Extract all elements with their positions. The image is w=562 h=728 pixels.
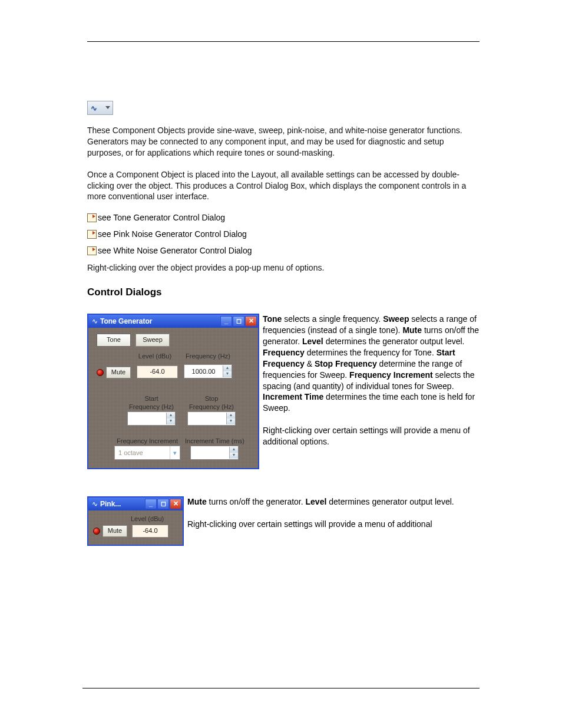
see-link-white[interactable]: see White Noise Generator Control Dialog [87, 246, 480, 255]
intro-paragraph-1: These Component Objects provide sine-wav… [87, 125, 480, 159]
label-level: Level (dBu) [131, 515, 164, 522]
sine-icon: ∿ [92, 500, 98, 508]
top-rule [87, 41, 480, 42]
start-frequency-input[interactable]: ▴▾ [127, 411, 176, 426]
close-button[interactable]: ✕ [170, 499, 181, 509]
mute-led-icon [93, 528, 100, 535]
label-freq-increment: Frequency Increment [117, 437, 178, 444]
increment-time-input[interactable]: ▴▾ [190, 446, 239, 460]
section-heading: Control Dialogs [87, 286, 480, 298]
maximize-button[interactable]: ◻ [157, 499, 169, 509]
label-start: Start [144, 395, 158, 402]
see-link-text: see Pink Noise Generator Control Dialog [98, 229, 247, 239]
see-link-text: see White Noise Generator Control Dialog [98, 246, 252, 255]
dropdown-caret-icon [105, 106, 110, 109]
see-link-pink[interactable]: see Pink Noise Generator Control Dialog [87, 229, 480, 239]
close-button[interactable]: ✕ [245, 316, 257, 327]
topic-link-icon [87, 213, 97, 222]
minimize-button[interactable]: _ [220, 316, 232, 327]
spin-down-icon[interactable]: ▾ [167, 419, 175, 424]
tab-sweep[interactable]: Sweep [135, 334, 170, 347]
sine-icon: ∿ [91, 104, 97, 113]
pink-description: Mute turns on/off the generator. Level d… [187, 496, 480, 530]
topic-link-icon [87, 246, 97, 255]
mute-led-icon [97, 369, 104, 376]
see-link-tone[interactable]: see Tone Generator Control Dialog [87, 213, 480, 222]
pink-noise-dialog: ∿ Pink... _ ◻ ✕ Level (dBu) Mute [87, 496, 184, 546]
maximize-button[interactable]: ◻ [233, 316, 244, 327]
stop-frequency-input[interactable]: ▴▾ [187, 411, 236, 426]
intro-paragraph-2: Once a Component Object is placed into t… [87, 169, 480, 203]
dialog-title: Tone Generator [100, 317, 152, 325]
mute-button[interactable]: Mute [103, 525, 127, 537]
mute-button[interactable]: Mute [106, 367, 131, 378]
titlebar[interactable]: ∿ Pink... _ ◻ ✕ [88, 498, 183, 510]
label-start-freq: Frequency (Hz) [129, 403, 174, 410]
generator-toolbar-icon: ∿ [87, 101, 113, 115]
level-input[interactable]: -64.0 [137, 365, 178, 378]
tab-tone[interactable]: Tone [97, 334, 131, 347]
chevron-down-icon: ▾ [170, 446, 180, 459]
frequency-increment-select[interactable]: 1 octave ▾ [114, 446, 180, 460]
label-frequency: Frequency (Hz) [186, 353, 230, 360]
minimize-button[interactable]: _ [145, 499, 157, 509]
label-stop-freq: Frequency (Hz) [189, 403, 234, 410]
frequency-input[interactable]: 1000.00 ▴▾ [184, 364, 232, 378]
bottom-rule [82, 688, 480, 689]
level-input[interactable]: -64.0 [132, 525, 168, 538]
label-increment-time: Increment Time (ms) [185, 437, 244, 444]
tone-generator-dialog: ∿ Tone Generator _ ◻ ✕ Tone Sweep Level … [87, 314, 259, 469]
see-link-text: see Tone Generator Control Dialog [98, 213, 225, 222]
dialog-title: Pink... [100, 500, 121, 508]
spin-down-icon[interactable]: ▾ [227, 419, 235, 424]
titlebar[interactable]: ∿ Tone Generator _ ◻ ✕ [88, 315, 258, 328]
label-level: Level (dBu) [138, 353, 171, 360]
tone-description: Tone selects a single frequency. Sweep s… [263, 314, 480, 447]
label-stop: Stop [205, 395, 219, 402]
right-click-note: Right-clicking over the object provides … [87, 262, 480, 274]
spin-down-icon[interactable]: ▾ [223, 371, 232, 377]
sine-icon: ∿ [92, 317, 98, 325]
topic-link-icon [87, 230, 97, 239]
spin-down-icon[interactable]: ▾ [230, 453, 238, 459]
